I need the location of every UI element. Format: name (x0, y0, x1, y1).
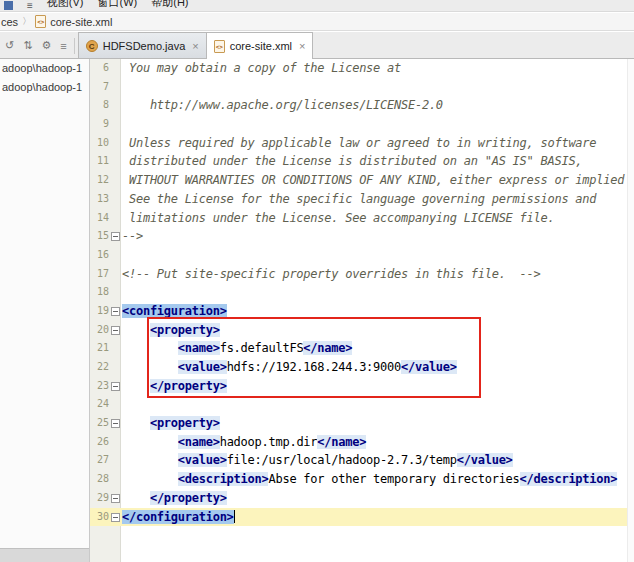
tab-hdfsdemo-java[interactable]: HDFSDemo.java × (78, 32, 207, 58)
editor-line[interactable]: 8 http://www.apache.org/licenses/LICENSE… (90, 96, 634, 115)
token-text (122, 491, 150, 505)
editor-line[interactable]: 13 See the License for the specific lang… (90, 190, 634, 209)
fold-marker-icon[interactable] (110, 321, 120, 340)
editor-line[interactable]: 25 <property> (90, 414, 634, 433)
token-text (122, 341, 178, 355)
menu-item[interactable]: 视图(V) (47, 0, 84, 10)
line-number: 8 (90, 96, 110, 115)
breadcrumb-separator-icon: 〉 (22, 15, 31, 28)
editor-line[interactable]: 18 (90, 283, 634, 302)
project-panel-items: adoop\hadoop-1adoop\hadoop-1 (0, 59, 89, 97)
code-text: <name>fs.defaultFS</name> (120, 339, 352, 358)
tab-core-site-xml[interactable]: core-site.xml × (206, 32, 314, 59)
token-tagsel: </configuration> (122, 510, 234, 524)
fold-spacer (110, 96, 120, 115)
fold-marker-icon[interactable] (110, 377, 120, 396)
panel-bottom-strip (0, 548, 89, 562)
line-number: 21 (90, 339, 110, 358)
editor-line[interactable]: 14 limitations under the License. See ac… (90, 209, 634, 228)
token-text: fs.defaultFS (220, 341, 304, 355)
tab-close-icon[interactable]: × (297, 40, 305, 52)
editor-line[interactable]: 17<!-- Put site-specific property overri… (90, 265, 634, 284)
fold-marker-icon[interactable] (110, 414, 120, 433)
editor-line[interactable]: 9 (90, 115, 634, 134)
editor-line[interactable]: 6 You may obtain a copy of the License a… (90, 59, 634, 78)
editor-line[interactable]: 26 <name>hadoop.tmp.dir</name> (90, 433, 634, 452)
token-text: hdfs://192.168.244.3:9000 (227, 360, 401, 374)
line-number: 23 (90, 377, 110, 396)
code-editor[interactable]: 6 You may obtain a copy of the License a… (90, 59, 634, 562)
tab-close-icon[interactable]: × (190, 40, 198, 52)
code-text: <name>hadoop.tmp.dir</name> (120, 433, 366, 452)
project-tree-item[interactable]: adoop\hadoop-1 (0, 59, 89, 78)
code-text (120, 283, 122, 302)
token-comment: Unless required by applicable law or agr… (122, 136, 596, 150)
editor-line[interactable]: 22 <value>hdfs://192.168.244.3:9000</val… (90, 358, 634, 377)
swap-icon[interactable]: ⇅ (23, 39, 32, 52)
filter-icon[interactable]: ≡ (60, 40, 66, 52)
xml-file-icon (35, 15, 46, 28)
token-tagsel: <configuration> (122, 304, 227, 318)
line-number: 7 (90, 78, 110, 97)
editor-line[interactable]: 24 (90, 395, 634, 414)
editor-line[interactable]: 11 distributed under the License is dist… (90, 152, 634, 171)
fold-spacer (110, 59, 120, 78)
token-comment: <!-- Put site-specific property override… (122, 267, 540, 281)
menu-item[interactable]: 窗口(W) (98, 0, 138, 10)
token-comment: distributed under the License is distrib… (122, 154, 582, 168)
editor-line[interactable]: 27 <value>file:/usr/local/hadoop-2.7.3/t… (90, 451, 634, 470)
fold-spacer (110, 209, 120, 228)
code-text: <configuration> (120, 302, 227, 321)
fold-marker-icon[interactable] (110, 227, 120, 246)
fold-spacer (110, 358, 120, 377)
breadcrumb: ces 〉 core-site.xml (0, 13, 634, 31)
editor-line[interactable]: 20 <property> (90, 321, 634, 340)
editor-line[interactable]: 29 </property> (90, 489, 634, 508)
editor-line[interactable]: 7 (90, 78, 634, 97)
code-text: <property> (120, 321, 220, 340)
editor-line[interactable]: 23 </property> (90, 377, 634, 396)
token-comment: --> (122, 229, 143, 243)
editor-line[interactable]: 21 <name>fs.defaultFS</name> (90, 339, 634, 358)
project-tree-item[interactable]: adoop\hadoop-1 (0, 78, 89, 97)
gear-icon[interactable]: ⚙ (41, 39, 51, 52)
editor-line[interactable]: 28 <description>Abse for other temporary… (90, 470, 634, 489)
line-number: 16 (90, 246, 110, 265)
editor-line[interactable]: 12 WITHOUT WARRANTIES OR CONDITIONS OF A… (90, 171, 634, 190)
fold-marker-icon[interactable] (110, 302, 120, 321)
line-number: 6 (90, 59, 110, 78)
line-number: 9 (90, 115, 110, 134)
token-tag: </name> (303, 341, 352, 355)
breadcrumb-crumb[interactable]: ces (1, 16, 18, 28)
code-text (120, 115, 122, 134)
fold-spacer (110, 246, 120, 265)
token-comment: WITHOUT WARRANTIES OR CONDITIONS OF ANY … (122, 173, 624, 187)
editor-line[interactable]: 10 Unless required by applicable law or … (90, 134, 634, 153)
editor-line[interactable]: 19<configuration> (90, 302, 634, 321)
fold-spacer (110, 395, 120, 414)
fold-spacer (110, 265, 120, 284)
fold-spacer (110, 152, 120, 171)
window-menubar: ≡ 视图(V)窗口(W)帮助(H) (0, 0, 634, 12)
editor-line[interactable]: 16 (90, 246, 634, 265)
sync-icon[interactable]: ↺ (5, 39, 14, 52)
line-number: 29 (90, 489, 110, 508)
line-number: 28 (90, 470, 110, 489)
menu-item[interactable]: 帮助(H) (151, 0, 188, 10)
editor-line[interactable]: 15--> (90, 227, 634, 246)
token-tag: <value> (178, 360, 227, 374)
project-panel: adoop\hadoop-1adoop\hadoop-1 (0, 59, 90, 562)
line-number: 27 (90, 451, 110, 470)
fold-marker-icon[interactable] (110, 508, 120, 527)
breadcrumb-file[interactable]: core-site.xml (50, 16, 112, 28)
line-number: 10 (90, 134, 110, 153)
tab-label: HDFSDemo.java (103, 40, 186, 52)
editor-line[interactable]: 30</configuration> (90, 508, 634, 527)
fold-marker-icon[interactable] (110, 489, 120, 508)
token-tag: <name> (178, 435, 220, 449)
code-text: limitations under the License. See accom… (120, 209, 554, 228)
toolbar-divider (74, 38, 75, 54)
token-tag: <property> (150, 323, 220, 337)
editor-scrollbar[interactable] (627, 59, 634, 562)
hamburger-icon[interactable]: ≡ (27, 0, 33, 11)
